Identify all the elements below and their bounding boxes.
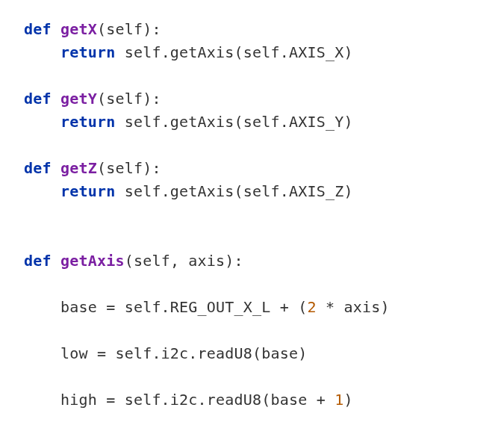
params-getY: (self): [97,90,161,108]
code-block: def getX(self): return self.getAxis(self… [0,0,504,430]
line-base: base = self.REG_OUT_X_L + (2 * axis) [60,298,390,316]
literal-1: 1 [335,391,343,409]
line-low: low = self.i2c.readU8(base) [60,344,308,362]
keyword-def: def [24,159,52,177]
fn-getX-def: def getX(self): [24,20,161,38]
params-getX: (self): [97,20,161,38]
fn-name-getY: getY [60,90,97,108]
fn-getZ-def: def getZ(self): [24,159,161,177]
body-getX: self.getAxis(self.AXIS_X) [115,43,352,61]
literal-2: 2 [307,298,316,316]
line-high: high = self.i2c.readU8(base + 1) [60,391,353,409]
fn-name-getX: getX [60,20,97,38]
fn-name-getAxis: getAxis [60,252,125,270]
body-getZ: self.getAxis(self.AXIS_Z) [115,182,352,200]
fn-getY-def: def getY(self): [24,90,161,108]
high-rhs: ) [343,391,352,409]
fn-getAxis-def: def getAxis(self, axis): [24,252,243,270]
fn-name-getZ: getZ [60,159,97,177]
params-getAxis: (self, axis): [125,252,243,270]
keyword-def: def [24,90,52,108]
keyword-def: def [24,252,52,270]
keyword-return: return [60,43,115,61]
body-getY: self.getAxis(self.AXIS_Y) [115,113,352,131]
base-lhs: base = self.REG_OUT_X_L + ( [60,298,308,316]
params-getZ: (self): [97,159,161,177]
keyword-return: return [60,113,115,131]
base-rhs: * axis) [317,298,390,316]
keyword-def: def [24,20,52,38]
high-lhs: high = self.i2c.readU8(base + [60,391,335,409]
keyword-return: return [60,182,115,200]
